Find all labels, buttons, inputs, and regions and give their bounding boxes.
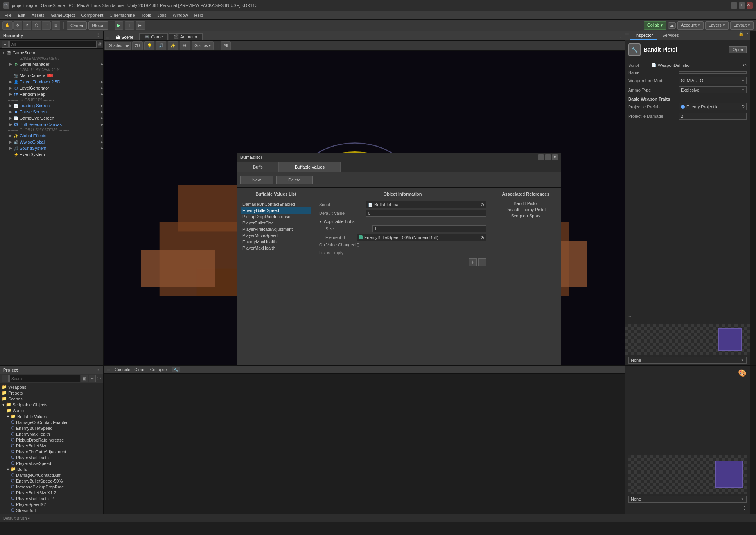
game-view[interactable]: Buff Editor ⋮ □ ✕ Buffs Buffabl [104,51,625,365]
gizmos-btn[interactable]: Gizmos ▾ [192,41,214,50]
tool-rect[interactable]: ⬚ [42,21,51,30]
services-tab[interactable]: Services [657,31,683,40]
none-dropdown[interactable]: None ▼ [628,357,747,364]
hierarchy-item-level-gen[interactable]: ▶ ⬡ LevelGenerator ▶ [0,85,103,91]
proj-folder-presets[interactable]: 📁 Presets [0,390,103,396]
element-0-select[interactable]: ⊙ [481,235,484,240]
collapse-btn[interactable]: Collapse [149,367,169,372]
menu-help[interactable]: Help [191,12,207,18]
proj-folder-buffable-vals[interactable]: ▼ 📁 Buffable Values [0,413,103,419]
proj-so-player-max[interactable]: ⬡ PlayerMaxHealth [0,454,103,460]
hierarchy-item-main-camera[interactable]: ▶ 📷 Main Camera 🔴 [0,72,103,79]
tab-scene[interactable]: 🏔 Scene [111,34,138,40]
color-picker-icon[interactable]: 🎨 [738,369,747,377]
scene-extra[interactable]: ⊕0 [180,41,190,50]
status-text[interactable]: Default Brush ▾ [3,516,30,521]
audio-toggle[interactable]: 🔊 [156,41,166,50]
proj-so-player-fire[interactable]: ⬡ PlayerFireRateAdjustment [0,449,103,454]
buff-list-item-0[interactable]: DamageOnContactEnabled [241,201,311,207]
collab-btn[interactable]: Collab ▾ [644,21,666,30]
view-tabs-menu[interactable]: ☰ [105,35,109,40]
proj-folder-scenes[interactable]: 📁 Scenes [0,396,103,402]
tool-scale[interactable]: ⬡ [32,21,41,30]
hierarchy-item-player[interactable]: ▶ 👤 Player Topdown 2.5D ▶ [0,79,103,85]
hierarchy-item-loading-screen[interactable]: ▶ 📄 Loading Screen ▶ [0,102,103,109]
project-search[interactable] [9,375,80,382]
insp-projectile-value[interactable]: Enemy Projectile ⊙ [679,103,747,110]
all-btn[interactable]: All [221,41,231,50]
hierarchy-item-sound[interactable]: ▶ 🎵 SoundSystem ▶ [0,145,103,151]
minimize-btn[interactable]: ─ [731,2,737,9]
menu-cinemachine[interactable]: Cinemachine [106,12,138,18]
tool-move[interactable]: ✥ [13,21,22,30]
gameover-expand[interactable]: ▶ [101,116,103,120]
proj-buff-3[interactable]: ⬡ PlayerBulletSizeX1.2 [0,490,103,496]
hierarchy-item-global-effects[interactable]: ▶ ✨ Global Effects ▶ [0,133,103,139]
view-options-btn[interactable]: ⋮ [619,35,623,40]
hierarchy-menu-btn[interactable]: ⋮ [96,33,100,38]
inspector-tab[interactable]: Inspector [630,31,657,40]
buff-editor-pin[interactable]: ⋮ [538,154,544,160]
proj-folder-audio[interactable]: 📁 Audio [0,408,103,413]
buff-list-item-2[interactable]: PickupDropRateIncrease [241,214,311,220]
proj-folder-weapons-top[interactable]: 📁 Weapons [0,384,103,390]
insp-damage-value[interactable]: 2 [679,113,747,120]
menu-file[interactable]: File [2,12,15,18]
hierarchy-item-events[interactable]: ▶ ⚡ EventSystem [0,151,103,158]
menu-jobs[interactable]: Jobs [154,12,169,18]
2d-toggle[interactable]: 2D [132,41,143,50]
layers-btn[interactable]: Layers ▾ [705,21,729,30]
lighting-toggle[interactable]: 💡 [144,41,154,50]
pause-btn[interactable]: ⏸ [125,21,134,30]
fx-toggle[interactable]: ✨ [168,41,178,50]
pause-expand[interactable]: ▶ [101,110,103,114]
tab-game[interactable]: 🎮 Game [139,33,168,40]
insp-name-value[interactable] [679,71,747,74]
proj-so-pickup[interactable]: ⬡ PickupDropRateIncrease [0,437,103,443]
tab-animator[interactable]: 🎬 Animator [169,33,202,40]
buff-list-item-6[interactable]: EnemyMaxHealth [241,239,311,245]
proj-folder-buffs[interactable]: ▼ 📁 Buffs [0,466,103,472]
project-view-btn[interactable]: ⊞ [81,375,88,382]
proj-buff-2[interactable]: ⬡ IncreasePickupDropRate [0,484,103,490]
hierarchy-search[interactable] [9,41,97,48]
shading-dropdown[interactable]: Shaded [105,42,131,50]
buff-list-item-7[interactable]: PlayerMaxHealth [241,245,311,251]
globalfx-expand[interactable]: ▶ [101,134,103,138]
inspector-menu[interactable]: ☰ [625,31,629,40]
inspector-script-ref[interactable]: 📄 WeaponDefinition ⊙ [652,63,747,68]
account-btn[interactable]: Account ▾ [677,21,704,30]
proj-folder-collectibles[interactable]: 📁 Collectibles [0,513,103,514]
delete-btn[interactable]: Delete [276,176,313,184]
menu-gameobject[interactable]: GameObject [48,12,78,18]
close-btn[interactable]: ✕ [747,2,753,9]
randommap-expand[interactable]: ▶ [101,92,103,96]
menu-tools[interactable]: Tools [138,12,154,18]
hierarchy-add-btn[interactable]: + [2,41,9,48]
hierarchy-item-gameover[interactable]: ▶ 📄 GameOverScreen ▶ [0,115,103,121]
new-btn[interactable]: New [240,176,273,184]
buff-list-item-5[interactable]: PlayerMoveSpeed [241,232,311,239]
global-toggle[interactable]: Global [88,21,108,30]
tab-buffable-values[interactable]: Buffable Values [279,162,341,172]
hierarchy-item-wwise[interactable]: ▶ 🔊 WwiseGlobal ▶ [0,139,103,145]
console-tab2[interactable]: 🔧 [172,367,180,372]
buff-list-item-4[interactable]: PlayerFireRateAdjustment [241,226,311,232]
script-value-field[interactable]: 📄 BuffableFloat ⊙ [366,201,486,208]
size-field[interactable]: 1 [372,225,486,232]
inspector-more[interactable]: ⋮ [745,31,750,40]
tool-transform[interactable]: ⊞ [52,21,60,30]
proj-buff-0[interactable]: ⬡ DamageOnContactBuff [0,472,103,478]
insp-ammo-value[interactable]: Explosive ▼ [679,86,747,93]
proj-so-player-bullet[interactable]: ⬡ PlayerBulletSize [0,443,103,449]
clear-btn[interactable]: Clear [133,367,146,372]
buff-list-item-3[interactable]: PlayerBulletSize [241,220,311,226]
play-btn[interactable]: ▶ [115,21,123,30]
projectile-select[interactable]: ⊙ [741,104,745,109]
script-select-icon[interactable]: ⊙ [481,202,484,207]
proj-buff-4[interactable]: ⬡ PlayerMaxHealth+2 [0,496,103,501]
proj-buff-5[interactable]: ⬡ PlayerSpeedX2 [0,501,103,507]
buff-editor-close[interactable]: ✕ [552,154,558,160]
bottom-none-dropdown[interactable]: None ▼ [628,496,747,503]
proj-so-enemy-bullet[interactable]: ⬡ EnemyBulletSpeed [0,425,103,431]
